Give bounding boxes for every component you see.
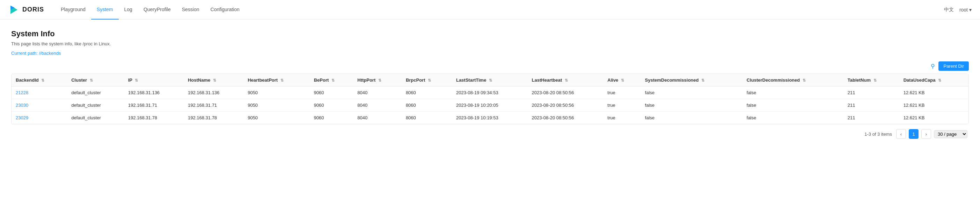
col-beport[interactable]: BePort ⇅	[310, 74, 353, 87]
sort-icon-lastheartbeat: ⇅	[565, 78, 568, 83]
user-dropdown-icon: ▾	[969, 7, 972, 13]
user-name: root	[959, 7, 968, 13]
table-body: 21228default_cluster192.168.31.136192.16…	[11, 87, 969, 124]
cell-heartbeatport: 9050	[243, 99, 309, 112]
current-path[interactable]: Current path: //backends	[11, 51, 969, 56]
current-page-button[interactable]: 1	[909, 129, 918, 139]
col-hostname[interactable]: HostName ⇅	[184, 74, 243, 87]
col-clusterdecommissioned[interactable]: ClusterDecommissioned ⇅	[743, 74, 843, 87]
cell-alive: true	[603, 112, 641, 124]
cell-clusterdecommissioned: false	[743, 99, 843, 112]
col-heartbeatport[interactable]: HeartbeatPort ⇅	[243, 74, 309, 87]
col-brpcport[interactable]: BrpcPort ⇅	[402, 74, 452, 87]
col-httpport[interactable]: HttpPort ⇅	[353, 74, 402, 87]
sort-icon-beport: ⇅	[331, 78, 334, 83]
sort-icon-systemdecommissioned: ⇅	[701, 78, 705, 83]
next-page-button[interactable]: ›	[921, 129, 931, 139]
nav-item-playground[interactable]: Playground	[55, 0, 91, 19]
header-row: BackendId ⇅ Cluster ⇅ IP ⇅ HostName ⇅ He…	[11, 74, 969, 87]
nav-item-configuration[interactable]: Configuration	[205, 0, 245, 19]
sort-icon-tabletnum: ⇅	[873, 78, 877, 83]
system-info-table: BackendId ⇅ Cluster ⇅ IP ⇅ HostName ⇅ He…	[11, 74, 969, 124]
cell-lastheartbeat: 2023-08-20 08:50:56	[528, 99, 603, 112]
cell-lastheartbeat: 2023-08-20 08:50:56	[528, 112, 603, 124]
cell-httpport: 8040	[353, 87, 402, 99]
cell-heartbeatport: 9050	[243, 87, 309, 99]
sort-icon-datausedcapa: ⇅	[938, 78, 941, 83]
prev-page-button[interactable]: ‹	[896, 129, 906, 139]
page-size-select[interactable]: 30 / page 50 / page 100 / page	[934, 130, 967, 138]
cell-systemdecommissioned: false	[641, 112, 743, 124]
cell-cluster: default_cluster	[67, 87, 124, 99]
sort-icon-alive: ⇅	[621, 78, 624, 83]
nav-item-log[interactable]: Log	[119, 0, 138, 19]
sort-icon-cluster: ⇅	[90, 78, 93, 83]
cell-datausedcapa: 12.621 KB	[899, 112, 969, 124]
col-ip[interactable]: IP ⇅	[124, 74, 184, 87]
sort-icon-ip: ⇅	[135, 78, 138, 83]
cell-datausedcapa: 12.621 KB	[899, 87, 969, 99]
page-size-selector: 30 / page 50 / page 100 / page	[934, 130, 969, 138]
sort-icon-hostname: ⇅	[213, 78, 216, 83]
main-content: System Info This page lists the system i…	[0, 19, 980, 149]
cell-laststarttime: 2023-08-19 09:34:53	[452, 87, 528, 99]
data-table: BackendId ⇅ Cluster ⇅ IP ⇅ HostName ⇅ He…	[11, 74, 969, 124]
nav-item-system[interactable]: System	[91, 0, 119, 19]
col-lastheartbeat[interactable]: LastHeartbeat ⇅	[528, 74, 603, 87]
cell-backendid[interactable]: 23030	[11, 99, 67, 112]
logo: DORIS	[8, 4, 44, 15]
col-systemdecommissioned[interactable]: SystemDecommissioned ⇅	[641, 74, 743, 87]
cell-beport: 9060	[310, 87, 353, 99]
cell-alive: true	[603, 99, 641, 112]
cell-datausedcapa: 12.621 KB	[899, 99, 969, 112]
col-backendid[interactable]: BackendId ⇅	[11, 74, 67, 87]
sort-icon-clusterdecommissioned: ⇅	[803, 78, 806, 83]
filter-icon[interactable]: ⚲	[931, 63, 935, 70]
sort-icon-laststarttime: ⇅	[489, 78, 492, 83]
cell-backendid[interactable]: 23029	[11, 112, 67, 124]
cell-ip: 192.168.31.78	[124, 112, 184, 124]
sort-icon-backendid: ⇅	[41, 78, 45, 83]
logo-text: DORIS	[22, 6, 44, 13]
cell-tabletnum: 211	[843, 99, 899, 112]
cell-hostname: 192.168.31.78	[184, 112, 243, 124]
cell-ip: 192.168.31.71	[124, 99, 184, 112]
parent-dir-button[interactable]: Parent Dir	[939, 61, 969, 71]
nav-item-queryprofile[interactable]: QueryProfile	[138, 0, 177, 19]
pagination: 1-3 of 3 items ‹ 1 › 30 / page 50 / page…	[11, 129, 969, 139]
main-nav: Playground System Log QueryProfile Sessi…	[55, 0, 944, 19]
cell-tabletnum: 211	[843, 87, 899, 99]
user-menu[interactable]: root ▾	[959, 7, 972, 13]
language-button[interactable]: 中文	[944, 6, 954, 13]
cell-laststarttime: 2023-08-19 10:20:05	[452, 99, 528, 112]
toolbar: ⚲ Parent Dir	[11, 61, 969, 71]
col-tabletnum[interactable]: TabletNum ⇅	[843, 74, 899, 87]
cell-beport: 9060	[310, 99, 353, 112]
cell-cluster: default_cluster	[67, 112, 124, 124]
doris-logo-icon	[8, 4, 19, 15]
table-row: 23029default_cluster192.168.31.78192.168…	[11, 112, 969, 124]
cell-systemdecommissioned: false	[641, 87, 743, 99]
col-laststarttime[interactable]: LastStartTime ⇅	[452, 74, 528, 87]
cell-httpport: 8040	[353, 99, 402, 112]
cell-hostname: 192.168.31.136	[184, 87, 243, 99]
col-cluster[interactable]: Cluster ⇅	[67, 74, 124, 87]
cell-httpport: 8040	[353, 112, 402, 124]
nav-item-session[interactable]: Session	[177, 0, 205, 19]
cell-brpcport: 8060	[402, 112, 452, 124]
cell-ip: 192.168.31.136	[124, 87, 184, 99]
cell-hostname: 192.168.31.71	[184, 99, 243, 112]
col-alive[interactable]: Alive ⇅	[603, 74, 641, 87]
col-datausedcapa[interactable]: DataUsedCapa ⇅	[899, 74, 969, 87]
cell-alive: true	[603, 87, 641, 99]
pagination-summary: 1-3 of 3 items	[864, 132, 892, 137]
cell-clusterdecommissioned: false	[743, 112, 843, 124]
cell-systemdecommissioned: false	[641, 99, 743, 112]
sort-icon-heartbeatport: ⇅	[280, 78, 283, 83]
cell-brpcport: 8060	[402, 87, 452, 99]
cell-backendid[interactable]: 21228	[11, 87, 67, 99]
cell-beport: 9060	[310, 112, 353, 124]
sort-icon-brpcport: ⇅	[428, 78, 431, 83]
sort-icon-httpport: ⇅	[378, 78, 381, 83]
cell-tabletnum: 211	[843, 112, 899, 124]
